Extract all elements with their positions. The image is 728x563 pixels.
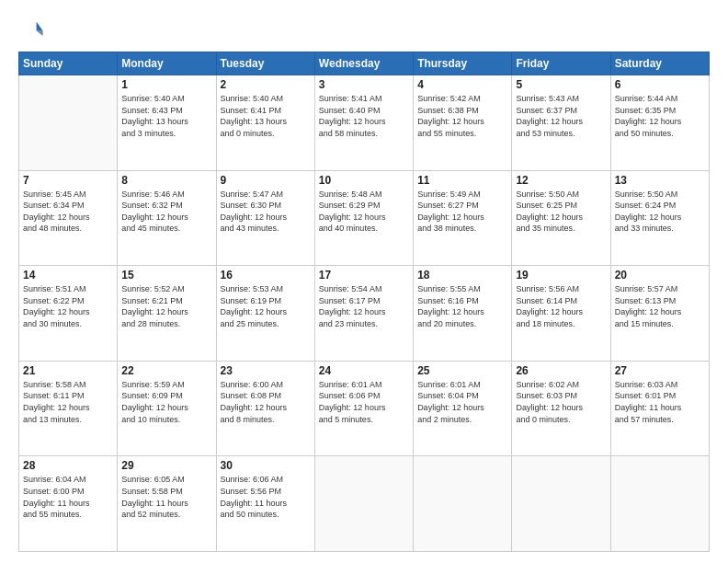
day-number: 15 xyxy=(121,269,211,282)
day-number: 22 xyxy=(121,364,211,377)
day-cell: 27Sunrise: 6:03 AM Sunset: 6:01 PM Dayli… xyxy=(610,361,709,456)
day-cell xyxy=(314,456,413,552)
day-cell: 6Sunrise: 5:44 AM Sunset: 6:35 PM Daylig… xyxy=(610,75,709,171)
weekday-header-friday: Friday xyxy=(512,52,610,75)
svg-marker-0 xyxy=(37,22,43,31)
day-cell: 28Sunrise: 6:04 AM Sunset: 6:00 PM Dayli… xyxy=(19,456,118,552)
day-info: Sunrise: 5:44 AM Sunset: 6:35 PM Dayligh… xyxy=(615,93,705,139)
day-number: 27 xyxy=(615,364,705,377)
day-cell: 17Sunrise: 5:54 AM Sunset: 6:17 PM Dayli… xyxy=(314,266,413,362)
day-info: Sunrise: 6:02 AM Sunset: 6:03 PM Dayligh… xyxy=(516,379,606,425)
day-number: 28 xyxy=(23,459,113,472)
weekday-header-tuesday: Tuesday xyxy=(216,52,314,75)
day-info: Sunrise: 5:55 AM Sunset: 6:16 PM Dayligh… xyxy=(417,283,507,329)
weekday-header-sunday: Sunday xyxy=(19,52,118,75)
day-number: 10 xyxy=(319,174,409,187)
day-info: Sunrise: 5:45 AM Sunset: 6:34 PM Dayligh… xyxy=(23,189,113,235)
day-info: Sunrise: 5:49 AM Sunset: 6:27 PM Dayligh… xyxy=(417,189,507,235)
day-cell: 21Sunrise: 5:58 AM Sunset: 6:11 PM Dayli… xyxy=(19,361,118,456)
day-number: 6 xyxy=(615,78,705,91)
day-info: Sunrise: 5:54 AM Sunset: 6:17 PM Dayligh… xyxy=(319,283,409,329)
calendar-table: SundayMondayTuesdayWednesdayThursdayFrid… xyxy=(18,52,710,552)
day-number: 16 xyxy=(221,269,311,282)
day-number: 4 xyxy=(417,78,507,91)
day-info: Sunrise: 5:43 AM Sunset: 6:37 PM Dayligh… xyxy=(516,93,606,139)
day-number: 11 xyxy=(417,174,507,187)
day-info: Sunrise: 6:00 AM Sunset: 6:08 PM Dayligh… xyxy=(221,379,311,425)
day-cell xyxy=(512,456,610,552)
day-cell xyxy=(19,75,118,171)
day-cell: 5Sunrise: 5:43 AM Sunset: 6:37 PM Daylig… xyxy=(512,75,610,171)
day-cell: 23Sunrise: 6:00 AM Sunset: 6:08 PM Dayli… xyxy=(216,361,314,456)
day-info: Sunrise: 5:53 AM Sunset: 6:19 PM Dayligh… xyxy=(221,283,311,329)
day-cell: 4Sunrise: 5:42 AM Sunset: 6:38 PM Daylig… xyxy=(414,75,512,171)
day-cell: 8Sunrise: 5:46 AM Sunset: 6:32 PM Daylig… xyxy=(118,170,216,266)
day-info: Sunrise: 5:57 AM Sunset: 6:13 PM Dayligh… xyxy=(615,283,705,329)
day-number: 1 xyxy=(121,78,211,91)
day-number: 30 xyxy=(221,459,311,472)
week-row-0: 1Sunrise: 5:40 AM Sunset: 6:43 PM Daylig… xyxy=(19,75,710,171)
day-info: Sunrise: 5:46 AM Sunset: 6:32 PM Dayligh… xyxy=(121,189,211,235)
day-cell xyxy=(414,456,512,552)
day-number: 21 xyxy=(23,364,113,377)
week-row-1: 7Sunrise: 5:45 AM Sunset: 6:34 PM Daylig… xyxy=(19,170,710,266)
day-cell: 18Sunrise: 5:55 AM Sunset: 6:16 PM Dayli… xyxy=(414,266,512,362)
day-info: Sunrise: 5:40 AM Sunset: 6:41 PM Dayligh… xyxy=(221,93,311,139)
day-info: Sunrise: 6:03 AM Sunset: 6:01 PM Dayligh… xyxy=(615,379,705,425)
logo-icon xyxy=(18,17,44,42)
day-cell: 3Sunrise: 5:41 AM Sunset: 6:40 PM Daylig… xyxy=(314,75,413,171)
day-number: 26 xyxy=(516,364,606,377)
day-info: Sunrise: 6:01 AM Sunset: 6:04 PM Dayligh… xyxy=(417,379,507,425)
day-number: 25 xyxy=(417,364,507,377)
weekday-header-saturday: Saturday xyxy=(610,52,709,75)
day-number: 19 xyxy=(516,269,606,282)
day-number: 17 xyxy=(319,269,409,282)
day-number: 18 xyxy=(417,269,507,282)
day-info: Sunrise: 5:42 AM Sunset: 6:38 PM Dayligh… xyxy=(417,93,507,139)
day-cell: 30Sunrise: 6:06 AM Sunset: 5:56 PM Dayli… xyxy=(216,456,314,552)
day-cell: 7Sunrise: 5:45 AM Sunset: 6:34 PM Daylig… xyxy=(19,170,118,266)
day-cell: 13Sunrise: 5:50 AM Sunset: 6:24 PM Dayli… xyxy=(610,170,709,266)
day-info: Sunrise: 6:04 AM Sunset: 6:00 PM Dayligh… xyxy=(23,474,113,520)
day-cell: 10Sunrise: 5:48 AM Sunset: 6:29 PM Dayli… xyxy=(314,170,413,266)
day-info: Sunrise: 5:47 AM Sunset: 6:30 PM Dayligh… xyxy=(221,189,311,235)
day-cell: 29Sunrise: 6:05 AM Sunset: 5:58 PM Dayli… xyxy=(118,456,216,552)
day-number: 29 xyxy=(121,459,211,472)
day-number: 23 xyxy=(221,364,311,377)
week-row-4: 28Sunrise: 6:04 AM Sunset: 6:00 PM Dayli… xyxy=(19,456,710,552)
day-info: Sunrise: 5:41 AM Sunset: 6:40 PM Dayligh… xyxy=(319,93,409,139)
day-info: Sunrise: 5:50 AM Sunset: 6:25 PM Dayligh… xyxy=(516,189,606,235)
page: SundayMondayTuesdayWednesdayThursdayFrid… xyxy=(0,0,728,563)
day-info: Sunrise: 5:52 AM Sunset: 6:21 PM Dayligh… xyxy=(121,283,211,329)
day-cell: 19Sunrise: 5:56 AM Sunset: 6:14 PM Dayli… xyxy=(512,266,610,362)
logo xyxy=(18,17,48,42)
weekday-header-row: SundayMondayTuesdayWednesdayThursdayFrid… xyxy=(19,52,710,75)
day-cell: 9Sunrise: 5:47 AM Sunset: 6:30 PM Daylig… xyxy=(216,170,314,266)
day-number: 2 xyxy=(221,78,311,91)
weekday-header-wednesday: Wednesday xyxy=(314,52,413,75)
day-number: 20 xyxy=(615,269,705,282)
day-info: Sunrise: 5:58 AM Sunset: 6:11 PM Dayligh… xyxy=(23,379,113,425)
day-number: 7 xyxy=(23,174,113,187)
week-row-3: 21Sunrise: 5:58 AM Sunset: 6:11 PM Dayli… xyxy=(19,361,710,456)
day-number: 12 xyxy=(516,174,606,187)
day-info: Sunrise: 5:50 AM Sunset: 6:24 PM Dayligh… xyxy=(615,189,705,235)
day-number: 14 xyxy=(23,269,113,282)
day-cell: 1Sunrise: 5:40 AM Sunset: 6:43 PM Daylig… xyxy=(118,75,216,171)
day-cell: 2Sunrise: 5:40 AM Sunset: 6:41 PM Daylig… xyxy=(216,75,314,171)
day-cell: 14Sunrise: 5:51 AM Sunset: 6:22 PM Dayli… xyxy=(19,266,118,362)
day-number: 9 xyxy=(221,174,311,187)
day-cell: 16Sunrise: 5:53 AM Sunset: 6:19 PM Dayli… xyxy=(216,266,314,362)
weekday-header-monday: Monday xyxy=(118,52,216,75)
day-cell: 22Sunrise: 5:59 AM Sunset: 6:09 PM Dayli… xyxy=(118,361,216,456)
day-info: Sunrise: 6:05 AM Sunset: 5:58 PM Dayligh… xyxy=(121,474,211,520)
weekday-header-thursday: Thursday xyxy=(414,52,512,75)
day-info: Sunrise: 6:06 AM Sunset: 5:56 PM Dayligh… xyxy=(221,474,311,520)
day-cell xyxy=(610,456,709,552)
day-number: 8 xyxy=(121,174,211,187)
day-number: 3 xyxy=(319,78,409,91)
day-info: Sunrise: 5:59 AM Sunset: 6:09 PM Dayligh… xyxy=(121,379,211,425)
day-number: 24 xyxy=(319,364,409,377)
day-number: 5 xyxy=(516,78,606,91)
day-cell: 15Sunrise: 5:52 AM Sunset: 6:21 PM Dayli… xyxy=(118,266,216,362)
